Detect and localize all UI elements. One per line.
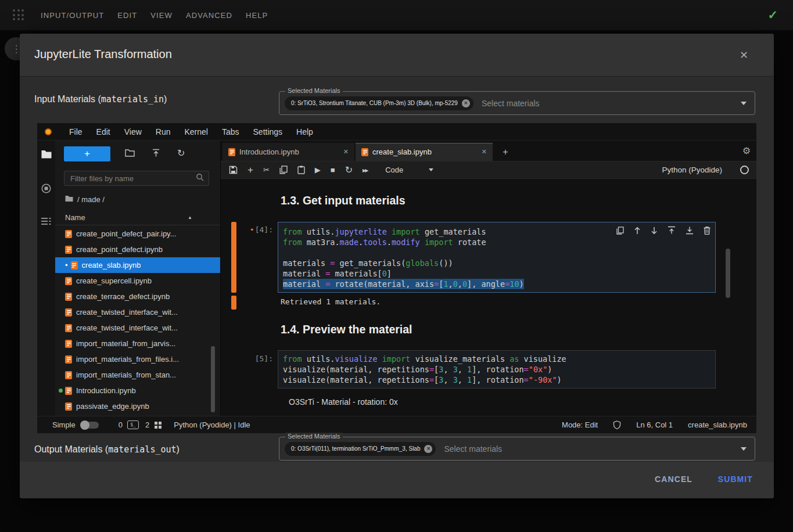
menu-help[interactable]: HELP: [246, 11, 268, 20]
cell-type-value: Code: [385, 166, 403, 174]
insert-above-icon[interactable]: [668, 226, 676, 236]
terminals-count[interactable]: 0: [119, 420, 123, 429]
notebook-file-icon: [71, 261, 78, 269]
file-item[interactable]: create_twisted_interface_wit...: [55, 304, 220, 320]
file-item[interactable]: create_point_defect.ipynb: [55, 242, 220, 257]
select-floating-label: Selected Materials: [285, 87, 343, 94]
submit-button[interactable]: SUBMIT: [715, 474, 756, 484]
tab-close-icon[interactable]: ✕: [482, 148, 487, 156]
kernels-icon[interactable]: [154, 421, 162, 429]
simple-mode-label: Simple: [52, 420, 76, 429]
jl-menu-tabs[interactable]: Tabs: [215, 127, 246, 136]
file-item[interactable]: create_supercell.ipynb: [55, 273, 220, 289]
chevron-down-icon[interactable]: [741, 102, 747, 105]
output-materials-select[interactable]: Selected Materials 0: O3SrTi(011), termi…: [279, 437, 755, 461]
cell-type-dropdown[interactable]: Code: [385, 166, 433, 174]
jl-menu-kernel[interactable]: Kernel: [177, 127, 214, 136]
menu-view[interactable]: VIEW: [150, 11, 173, 20]
file-browser-icon[interactable]: [41, 150, 52, 161]
insert-cell-icon[interactable]: +: [247, 165, 253, 175]
paste-icon[interactable]: [297, 166, 305, 174]
kernel-status-text[interactable]: Python (Pyodide) | Idle: [174, 420, 250, 429]
breadcrumb[interactable]: / made /: [65, 195, 105, 204]
notebook-file-icon: [361, 148, 368, 156]
stop-icon[interactable]: ■: [331, 166, 335, 174]
chip-remove-icon[interactable]: ✕: [424, 445, 432, 453]
file-filter-input[interactable]: [69, 174, 196, 184]
file-item[interactable]: create_terrace_defect.ipynb: [55, 289, 220, 304]
kernel-status-icon[interactable]: [740, 166, 749, 174]
file-item[interactable]: import_materials_from_stan...: [55, 367, 220, 383]
confirm-check-icon[interactable]: ✓: [767, 8, 778, 22]
file-item[interactable]: passivate_edge.ipynb: [55, 398, 220, 414]
jl-menu-run[interactable]: Run: [149, 127, 178, 136]
gear-icon[interactable]: ⚙: [742, 145, 751, 156]
cancel-button[interactable]: CANCEL: [651, 474, 696, 484]
code-cell-5[interactable]: from utils.visualize import visualize_ma…: [278, 350, 716, 389]
move-up-icon[interactable]: [634, 227, 641, 236]
upload-icon[interactable]: [152, 149, 160, 160]
close-icon[interactable]: ✕: [740, 49, 748, 62]
run-icon[interactable]: ▶: [315, 166, 321, 174]
kernels-count[interactable]: 2: [145, 420, 149, 429]
restart-run-all-icon[interactable]: ▸▸: [363, 167, 367, 174]
file-item[interactable]: import_materials_from_files.i...: [55, 351, 220, 367]
new-launcher-button[interactable]: +: [64, 146, 110, 161]
cell-toolbar: ▲: [616, 226, 711, 236]
file-item[interactable]: create_twisted_interface_wit...: [55, 320, 220, 336]
jl-menu-settings[interactable]: Settings: [246, 127, 290, 136]
table-of-contents-icon[interactable]: [41, 217, 51, 228]
copy-icon[interactable]: [279, 166, 288, 174]
save-icon[interactable]: [229, 166, 238, 174]
mode-indicator[interactable]: Mode: Edit: [562, 420, 598, 429]
simple-mode-toggle[interactable]: [81, 422, 99, 429]
cut-icon[interactable]: ✂: [263, 166, 270, 174]
cell4-output-collapser[interactable]: [231, 296, 236, 310]
chip-remove-icon[interactable]: ✕: [462, 99, 470, 107]
open-file-dot: •: [65, 261, 68, 269]
tab-introduction[interactable]: Introduction.ipynb ✕: [223, 143, 354, 161]
cell5-editor[interactable]: from utils.visualize import visualize_ma…: [278, 351, 715, 385]
kernel-name[interactable]: Python (Pyodide): [662, 166, 722, 174]
file-item[interactable]: create_point_defect_pair.ipy...: [55, 226, 220, 242]
tab-close-icon[interactable]: ✕: [343, 148, 349, 156]
input-materials-select[interactable]: Selected Materials 0: SrTiO3, Strontium …: [279, 91, 755, 115]
apps-grid-icon[interactable]: [13, 9, 24, 21]
notebook-tabbar: Introduction.ipynb ✕ create_slab.ipynb ✕…: [221, 141, 756, 161]
trust-shield-icon[interactable]: [613, 420, 621, 429]
jl-menu-help[interactable]: Help: [289, 127, 320, 136]
chevron-down-icon[interactable]: [741, 447, 747, 451]
file-filter-box: [64, 171, 209, 186]
notebook-file-icon: [228, 148, 235, 156]
running-sessions-icon[interactable]: [41, 184, 51, 196]
file-item[interactable]: Introduction.ipynb: [55, 383, 220, 398]
move-down-icon[interactable]: [651, 227, 658, 236]
code-cell-4[interactable]: from utils.jupyterlite import get_materi…: [278, 222, 716, 293]
terminal-icon[interactable]: $_: [127, 420, 139, 429]
new-folder-icon[interactable]: [125, 149, 135, 159]
duplicate-cell-icon[interactable]: [616, 227, 624, 236]
label-text: ): [164, 94, 167, 104]
menu-advanced[interactable]: ADVANCED: [186, 11, 232, 20]
menu-input-output[interactable]: INPUT/OUTPUT: [41, 11, 104, 20]
menu-edit[interactable]: EDIT: [117, 11, 137, 20]
tab-create-slab[interactable]: create_slab.ipynb ✕: [356, 143, 493, 161]
cursor-position[interactable]: Ln 6, Col 1: [636, 420, 673, 429]
file-item[interactable]: import_material_from_jarvis...: [55, 336, 220, 351]
restart-kernel-icon[interactable]: ↻: [345, 166, 353, 175]
new-tab-button[interactable]: +: [498, 146, 512, 159]
file-item[interactable]: •create_slab.ipynb: [55, 257, 220, 273]
label-code: materials_in: [101, 94, 164, 105]
delete-cell-icon[interactable]: [704, 227, 711, 236]
notebook-scrollbar[interactable]: [726, 249, 730, 298]
jl-menu-file[interactable]: File: [62, 127, 89, 136]
execution-count: [5]:: [255, 354, 273, 363]
refresh-icon[interactable]: ↻: [177, 149, 185, 157]
name-column-header[interactable]: Name ▲: [55, 210, 220, 225]
insert-below-icon[interactable]: [686, 226, 694, 236]
jl-menu-view[interactable]: View: [117, 127, 149, 136]
file-list-scrollbar[interactable]: [211, 346, 215, 412]
jl-menu-edit[interactable]: Edit: [89, 127, 117, 136]
notebook-content: 1.3. Get input materials •[4]: from util…: [221, 179, 756, 416]
notebook-file-icon: [65, 293, 72, 301]
